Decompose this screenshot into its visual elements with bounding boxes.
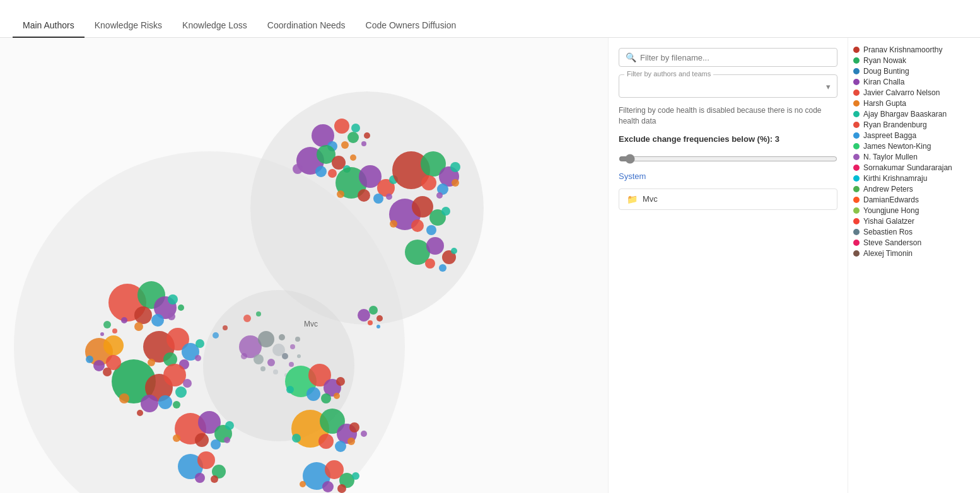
svg-text:Mvc: Mvc (304, 320, 318, 328)
filter-authors-label: Filter by authors and teams (624, 70, 713, 78)
svg-point-70 (148, 359, 155, 366)
legend-dot (853, 122, 860, 128)
svg-point-16 (328, 169, 337, 178)
svg-point-23 (358, 189, 370, 202)
legend-label: Sebastien Ros (863, 228, 913, 236)
legend-label: Yishai Galatzer (863, 217, 914, 226)
svg-point-77 (175, 386, 187, 398)
legend-dot (853, 100, 860, 107)
legend-dot (853, 218, 860, 224)
system-link[interactable]: System (619, 171, 837, 181)
legend-dot (853, 47, 860, 53)
svg-point-58 (151, 314, 164, 327)
svg-point-57 (134, 306, 152, 324)
legend-item: Ryan Nowak (853, 56, 975, 65)
svg-point-62 (178, 304, 184, 311)
svg-point-5 (334, 119, 349, 134)
svg-point-61 (168, 313, 175, 320)
svg-point-33 (450, 162, 460, 172)
svg-point-59 (168, 294, 178, 304)
svg-point-111 (297, 354, 301, 358)
svg-point-91 (195, 433, 209, 447)
svg-point-141 (112, 328, 117, 334)
svg-point-129 (349, 422, 359, 432)
legend-item: Yishai Galatzer (853, 217, 975, 226)
svg-point-112 (273, 369, 278, 374)
legend-dot (853, 111, 860, 117)
svg-point-123 (334, 393, 340, 399)
tab-main-authors[interactable]: Main Authors (13, 14, 85, 38)
legend-item: Sebastien Ros (853, 228, 975, 236)
exclude-freq-value: 3 (775, 134, 779, 144)
svg-point-37 (412, 196, 433, 218)
svg-point-128 (335, 441, 346, 452)
svg-point-85 (93, 360, 105, 371)
svg-point-104 (254, 354, 264, 364)
svg-point-44 (426, 237, 444, 255)
svg-point-127 (318, 434, 334, 449)
svg-point-79 (183, 379, 192, 388)
svg-point-95 (224, 437, 230, 443)
legend-dot (853, 132, 860, 139)
svg-point-9 (351, 124, 360, 132)
svg-point-52 (368, 320, 373, 325)
svg-point-41 (441, 207, 450, 216)
svg-point-137 (337, 484, 346, 493)
tab-knowledge-risks[interactable]: Knowledge Risks (85, 14, 172, 38)
legend-item: Javier Calvarro Nelson (853, 88, 975, 97)
filter-authors-select[interactable] (619, 75, 837, 97)
legend-label: Kiran Challa (863, 78, 904, 86)
legend-item: Jaspreet Bagga (853, 131, 975, 140)
svg-point-48 (451, 248, 457, 254)
svg-point-110 (289, 362, 294, 367)
legend-dot (853, 79, 860, 85)
svg-point-39 (411, 219, 424, 232)
svg-point-86 (103, 368, 112, 376)
tab-coordination-needs[interactable]: Coordination Needs (257, 14, 356, 38)
filter-authors-container: Filter by authors and teams ▾ (619, 74, 837, 98)
svg-point-76 (158, 395, 172, 409)
svg-point-92 (211, 439, 221, 450)
svg-point-10 (364, 132, 370, 139)
svg-point-108 (260, 366, 265, 371)
legend-item: Pranav Krishnamoorthy (853, 45, 975, 54)
folder-icon: 📁 (627, 194, 638, 204)
search-box[interactable]: 🔍 (619, 48, 837, 67)
tab-knowledge-loss[interactable]: Knowledge Loss (172, 14, 257, 38)
svg-point-121 (336, 377, 345, 386)
svg-point-94 (173, 434, 180, 442)
main-area: Mvc (0, 38, 980, 493)
legend-dot (853, 250, 860, 257)
legend-label: Ryan Brandenburg (863, 120, 927, 129)
svg-point-69 (195, 339, 204, 348)
svg-point-53 (376, 325, 380, 328)
svg-point-63 (121, 317, 127, 323)
svg-point-60 (134, 322, 143, 331)
svg-point-34 (452, 179, 459, 187)
legend: Pranav Krishnamoorthy Ryan Nowak Doug Bu… (848, 38, 980, 493)
svg-point-122 (286, 386, 294, 393)
legend-item: Doug Bunting (853, 67, 975, 76)
folder-item-mvc[interactable]: 📁 Mvc (619, 188, 837, 210)
svg-point-18 (350, 154, 356, 161)
tab-code-owners-diffusion[interactable]: Code Owners Diffusion (356, 14, 467, 38)
svg-point-107 (290, 344, 295, 349)
svg-point-130 (292, 434, 301, 443)
legend-dot (853, 240, 860, 246)
legend-item: DamianEdwards (853, 195, 975, 204)
svg-point-40 (426, 225, 436, 235)
svg-point-26 (337, 190, 344, 198)
svg-point-144 (223, 325, 228, 330)
search-input[interactable] (640, 53, 831, 62)
legend-label: N. Taylor Mullen (863, 153, 918, 161)
frequency-slider[interactable] (619, 154, 837, 164)
legend-label: Sornakumar Sundararajan (863, 163, 952, 172)
svg-point-109 (279, 334, 285, 340)
legend-dot (853, 57, 860, 64)
legend-dot (853, 175, 860, 182)
exclude-freq-label: Exclude change frequencies below (%): 3 (619, 134, 837, 144)
visualization-area[interactable]: Mvc (0, 38, 608, 493)
legend-label: Doug Bunting (863, 67, 909, 76)
sidebar-controls: 🔍 Filter by authors and teams ▾ Filterin… (608, 38, 848, 493)
svg-point-146 (256, 311, 261, 316)
